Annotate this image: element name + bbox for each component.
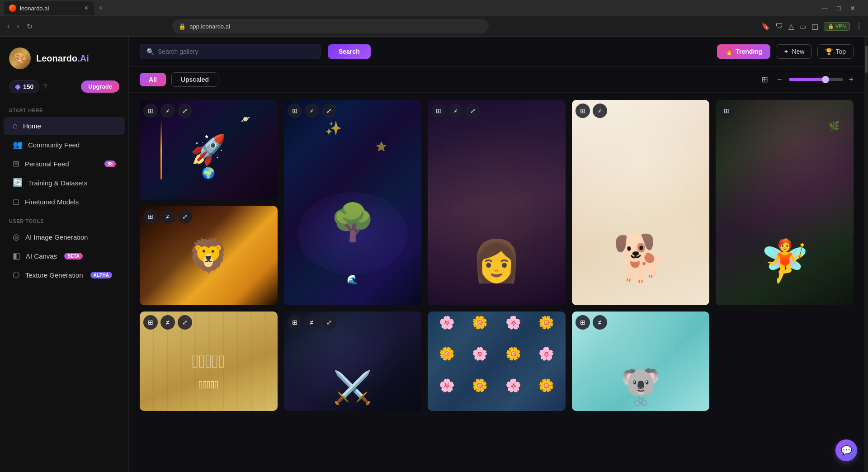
- gallery-item-1-overlay: ⊞ ≠ ⤢: [143, 104, 192, 118]
- sidebar-item-community-feed[interactable]: 👥 Community Feed: [4, 135, 125, 154]
- gallery-container[interactable]: 🚀 🌍 🪐 ⊞ ≠ ⤢ 🌳 🌊: [129, 93, 864, 472]
- gallery-item-3[interactable]: 👩 ⊞ ≠ ⤢: [428, 100, 566, 305]
- credits-value: 150: [23, 83, 33, 90]
- address-bar[interactable]: 🔒 app.leonardo.ai: [172, 19, 489, 33]
- credits-row: ◈ 150 ? Upgrade: [0, 76, 128, 100]
- gallery-item-7-overlay: ⊞ ≠ ⤢: [143, 315, 192, 330]
- search-button[interactable]: Search: [328, 44, 371, 59]
- menu-icon[interactable]: ⋮: [855, 22, 863, 31]
- sidebar-item-training[interactable]: 🔄 Training & Datasets: [4, 173, 125, 192]
- gallery-item-8[interactable]: ⚔️ ⊞ ≠ ⤢: [284, 312, 422, 411]
- overlay-expand-btn-1[interactable]: ⤢: [178, 104, 192, 118]
- reload-btn[interactable]: ↻: [25, 20, 34, 33]
- sidebar-item-home[interactable]: ⌂ Home: [4, 117, 125, 135]
- overlay-expand-btn-6[interactable]: ⤢: [178, 209, 192, 224]
- overlay-edit-btn-10[interactable]: ≠: [593, 315, 607, 330]
- overlay-grid-btn-4[interactable]: ⊞: [576, 104, 590, 118]
- overlay-grid-btn-2[interactable]: ⊞: [288, 104, 302, 118]
- top-label: Top: [835, 48, 846, 55]
- grid-view-button[interactable]: ⊞: [760, 73, 770, 86]
- cast-icon[interactable]: ▭: [799, 22, 806, 31]
- credits-icon: ◈: [15, 82, 20, 91]
- gallery-item-10[interactable]: 🐨 🚲 ⊞ ≠: [572, 312, 710, 411]
- extensions-icon[interactable]: ◫: [811, 22, 818, 31]
- filter-upscaled-button[interactable]: Upscaled: [171, 72, 218, 87]
- scroll-thumb[interactable]: [865, 46, 868, 73]
- chat-icon: 💬: [841, 445, 852, 456]
- win-maximize[interactable]: □: [834, 5, 844, 12]
- gallery-item-4[interactable]: 🐕 ⊞ ≠: [572, 100, 710, 305]
- ai-canvas-label: AI Canvas: [26, 252, 57, 260]
- new-button[interactable]: ✦ New: [776, 44, 812, 59]
- gallery-item-9[interactable]: 🌸 🌼 🌸 🌼 🌼 🌸 🌼 🌸 🌸 🌼 🌸 🌼: [428, 312, 566, 411]
- overlay-grid-btn-7[interactable]: ⊞: [143, 315, 158, 330]
- active-tab[interactable]: leonardo.ai ✕: [4, 1, 94, 15]
- gallery-item-7[interactable]: 𓀀𓁀𓂀𓃀𓄀 𓅀𓆀𓇀𓈀𓉀 ⊞ ≠ ⤢: [140, 312, 278, 411]
- help-icon[interactable]: ?: [43, 83, 47, 91]
- new-tab-btn[interactable]: +: [96, 4, 106, 13]
- training-label: Training & Datasets: [28, 179, 87, 187]
- shield-icon[interactable]: 🛡: [776, 22, 783, 30]
- back-btn[interactable]: ‹: [5, 20, 11, 32]
- zoom-out-button[interactable]: −: [775, 73, 784, 86]
- gallery-item-2[interactable]: 🌳 🌊 ✨ ⭐ ⊞ ≠ ⤢: [284, 100, 422, 305]
- chat-bubble[interactable]: 💬: [835, 439, 857, 461]
- upgrade-button[interactable]: Upgrade: [81, 80, 119, 93]
- overlay-grid-btn-8[interactable]: ⊞: [288, 315, 302, 330]
- vpn-badge[interactable]: 🔒 VPN: [824, 22, 850, 31]
- ai-image-label: AI Image Generation: [25, 233, 88, 241]
- gallery-item-2-overlay: ⊞ ≠ ⤢: [288, 104, 336, 118]
- forward-btn[interactable]: ›: [15, 20, 21, 32]
- sidebar-item-ai-canvas[interactable]: ◧ AI Canvas BETA: [4, 246, 125, 265]
- sidebar-item-personal-feed[interactable]: ⊞ Personal Feed 88: [4, 154, 125, 173]
- overlay-grid-btn-6[interactable]: ⊞: [143, 209, 158, 224]
- overlay-expand-btn-7[interactable]: ⤢: [178, 315, 192, 330]
- gallery-grid: 🚀 🌍 🪐 ⊞ ≠ ⤢ 🌳 🌊: [140, 100, 854, 411]
- trending-button[interactable]: 🔥 Trending: [717, 44, 770, 59]
- bookmark-icon[interactable]: 🔖: [761, 22, 770, 31]
- gallery-item-6[interactable]: 🦁 ⊞ ≠ ⤢: [140, 206, 278, 305]
- overlay-edit-btn-8[interactable]: ≠: [305, 315, 319, 330]
- overlay-grid-btn-5[interactable]: ⊞: [719, 104, 734, 118]
- sidebar-logo: 🎨 Leonardo.Ai: [0, 44, 128, 76]
- ai-canvas-badge: BETA: [64, 253, 82, 260]
- app-layout: 🎨 Leonardo.Ai ◈ 150 ? Upgrade Start Here…: [0, 37, 868, 472]
- search-input[interactable]: [158, 48, 314, 55]
- filter-right-controls: ⊞ − +: [760, 73, 854, 86]
- gallery-item-6-overlay: ⊞ ≠ ⤢: [143, 209, 192, 224]
- sidebar-item-texture[interactable]: ⬡ Texture Generation ALPHA: [4, 265, 125, 284]
- texture-icon: ⬡: [13, 270, 20, 280]
- overlay-grid-btn-1[interactable]: ⊞: [143, 104, 158, 118]
- scrollbar-right[interactable]: [864, 37, 868, 472]
- overlay-grid-btn-3[interactable]: ⊞: [431, 104, 446, 118]
- zoom-in-button[interactable]: +: [849, 75, 854, 85]
- overlay-edit-btn-1[interactable]: ≠: [160, 104, 175, 118]
- overlay-edit-btn-7[interactable]: ≠: [160, 315, 175, 330]
- start-here-label: Start Here: [0, 100, 128, 117]
- overlay-expand-btn-3[interactable]: ⤢: [466, 104, 480, 118]
- overlay-expand-btn-8[interactable]: ⤢: [322, 315, 336, 330]
- filter-all-button[interactable]: All: [140, 73, 166, 86]
- win-close[interactable]: ✕: [846, 5, 859, 12]
- browser-chrome: leonardo.ai ✕ + — □ ✕ ‹ › ↻ 🔒 app.leonar…: [0, 0, 868, 37]
- profile-icon[interactable]: △: [788, 22, 794, 31]
- overlay-edit-btn-2[interactable]: ≠: [305, 104, 319, 118]
- win-minimize[interactable]: —: [818, 5, 832, 12]
- zoom-slider[interactable]: [789, 78, 843, 81]
- gallery-item-5[interactable]: 🧚 🌿 ⊞: [716, 100, 854, 305]
- top-button[interactable]: 🏆 Top: [817, 44, 854, 59]
- tab-close-btn[interactable]: ✕: [84, 5, 89, 11]
- gallery-item-10-overlay: ⊞ ≠: [576, 315, 607, 330]
- gallery-item-1[interactable]: 🚀 🌍 🪐 ⊞ ≠ ⤢: [140, 100, 278, 199]
- overlay-edit-btn-3[interactable]: ≠: [448, 104, 463, 118]
- overlay-edit-btn-4[interactable]: ≠: [593, 104, 607, 118]
- sidebar-item-finetuned[interactable]: ◻ Finetuned Models: [4, 192, 125, 211]
- overlay-expand-btn-2[interactable]: ⤢: [322, 104, 336, 118]
- trending-label: Trending: [736, 48, 762, 55]
- new-icon: ✦: [783, 48, 789, 55]
- overlay-grid-btn-10[interactable]: ⊞: [576, 315, 590, 330]
- overlay-edit-btn-6[interactable]: ≠: [160, 209, 175, 224]
- search-magnifier-icon: 🔍: [146, 48, 154, 55]
- tab-favicon: [9, 5, 16, 12]
- sidebar-item-ai-image[interactable]: ◎ AI Image Generation: [4, 227, 125, 246]
